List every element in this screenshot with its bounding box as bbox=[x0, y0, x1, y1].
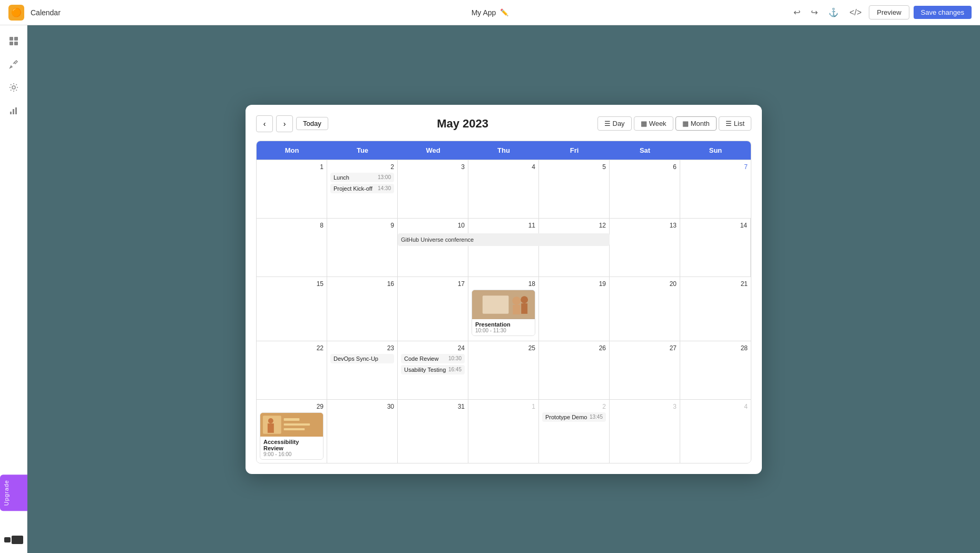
day-4[interactable]: 4 bbox=[468, 160, 539, 218]
day-num-22: 22 bbox=[260, 344, 324, 352]
day-num-26: 26 bbox=[542, 344, 606, 352]
list-view-icon: ☰ bbox=[726, 120, 732, 127]
view-month-button[interactable]: ▦ Month bbox=[675, 116, 717, 131]
event-lunch[interactable]: Lunch 13:00 bbox=[330, 173, 394, 182]
day-other-3[interactable]: 3 bbox=[610, 400, 680, 463]
chart-icon bbox=[8, 105, 19, 116]
day-num-other-4: 4 bbox=[683, 403, 748, 410]
upgrade-button[interactable]: Upgrade bbox=[0, 475, 27, 511]
svg-rect-23 bbox=[268, 423, 274, 433]
day-3[interactable]: 3 bbox=[398, 160, 468, 218]
day-23[interactable]: 23 DevOps Sync-Up bbox=[327, 341, 398, 399]
day-22[interactable]: 22 bbox=[257, 341, 327, 399]
day-num-9: 9 bbox=[330, 222, 394, 229]
day-num-24: 24 bbox=[401, 344, 465, 352]
prev-month-button[interactable]: ‹ bbox=[256, 115, 273, 132]
save-button[interactable]: Save changes bbox=[914, 6, 972, 19]
day-18[interactable]: 18 bbox=[468, 277, 539, 341]
tools-icon bbox=[8, 59, 19, 70]
event-accessibility[interactable]: Accessibility Review 9:00 - 16:00 bbox=[260, 412, 324, 460]
view-list-button[interactable]: ☰ List bbox=[719, 116, 751, 131]
day-27[interactable]: 27 bbox=[610, 341, 680, 399]
day-num-10: 10 bbox=[401, 222, 465, 229]
day-5[interactable]: 5 bbox=[539, 160, 610, 218]
sidebar-item-settings[interactable] bbox=[4, 78, 23, 97]
day-16[interactable]: 16 bbox=[327, 277, 398, 341]
day-6[interactable]: 6 bbox=[610, 160, 680, 218]
event-prototype-name: Prototype Demo bbox=[545, 414, 587, 420]
day-7[interactable]: 7 bbox=[680, 160, 751, 218]
edit-icon[interactable]: ✏️ bbox=[500, 8, 508, 16]
day-other-4[interactable]: 4 bbox=[680, 400, 751, 463]
sidebar-item-tools[interactable] bbox=[4, 55, 23, 74]
event-github-universe[interactable]: GitHub Universe conference bbox=[398, 233, 610, 246]
svg-rect-12 bbox=[483, 295, 509, 314]
day-31[interactable]: 31 bbox=[398, 400, 468, 463]
day-28[interactable]: 28 bbox=[680, 341, 751, 399]
day-2[interactable]: 2 Lunch 13:00 Project Kick-off 14:30 bbox=[327, 160, 398, 218]
day-10[interactable]: 10 bbox=[398, 219, 468, 276]
event-usability[interactable]: Usability Testing 16:45 bbox=[401, 365, 465, 374]
event-kickoff-name: Project Kick-off bbox=[334, 185, 373, 192]
day-13[interactable]: 13 bbox=[610, 219, 680, 276]
event-codereview-time: 10:30 bbox=[448, 355, 462, 361]
day-20[interactable]: 20 bbox=[610, 277, 680, 341]
day-8[interactable]: 8 bbox=[257, 219, 327, 276]
day-11[interactable]: 11 bbox=[468, 219, 539, 276]
day-other-2[interactable]: 2 Prototype Demo 13:45 bbox=[539, 400, 610, 463]
event-devops-name: DevOps Sync-Up bbox=[334, 355, 378, 362]
event-devops[interactable]: DevOps Sync-Up bbox=[330, 354, 394, 363]
next-month-button[interactable]: › bbox=[276, 115, 293, 132]
day-30[interactable]: 30 bbox=[327, 400, 398, 463]
svg-point-13 bbox=[512, 297, 521, 305]
week-view-icon: ▦ bbox=[641, 120, 647, 127]
day-14[interactable]: 14 bbox=[680, 219, 751, 276]
day-num-6: 6 bbox=[613, 163, 677, 171]
event-presentation[interactable]: Presentation 10:00 - 11:30 bbox=[472, 290, 535, 336]
day-view-label: Day bbox=[613, 120, 625, 127]
day-num-2: 2 bbox=[330, 163, 394, 171]
day-num-20: 20 bbox=[613, 280, 677, 288]
calendar-navigation: ‹ › Today bbox=[256, 115, 328, 132]
day-25[interactable]: 25 bbox=[468, 341, 539, 399]
view-week-button[interactable]: ▦ Week bbox=[634, 116, 673, 131]
day-19[interactable]: 19 bbox=[539, 277, 610, 341]
calendar-week-2: 8 9 10 11 12 13 14 bbox=[257, 218, 751, 276]
day-24[interactable]: 24 Code Review 10:30 Usability Testing 1… bbox=[398, 341, 468, 399]
view-day-button[interactable]: ☰ Day bbox=[597, 116, 632, 131]
preview-button[interactable]: Preview bbox=[869, 5, 909, 19]
day-26[interactable]: 26 bbox=[539, 341, 610, 399]
topbar-center: My App ✏️ bbox=[472, 8, 509, 17]
redo-button[interactable]: ↪ bbox=[808, 5, 821, 19]
day-15[interactable]: 15 bbox=[257, 277, 327, 341]
event-kickoff[interactable]: Project Kick-off 14:30 bbox=[330, 184, 394, 193]
day-1[interactable]: 1 bbox=[257, 160, 327, 218]
svg-point-15 bbox=[521, 296, 528, 303]
main-area: ‹ › Today May 2023 ☰ Day ▦ Week ▦ Month bbox=[27, 25, 980, 553]
event-prototype[interactable]: Prototype Demo 13:45 bbox=[542, 412, 606, 422]
day-num-other-1: 1 bbox=[472, 403, 535, 410]
day-9[interactable]: 9 bbox=[327, 219, 398, 276]
calendar-month-title: May 2023 bbox=[437, 117, 488, 131]
calendar-header: ‹ › Today May 2023 ☰ Day ▦ Week ▦ Month bbox=[256, 115, 751, 132]
undo-button[interactable]: ↩ bbox=[790, 5, 803, 19]
topbar-right: ↩ ↪ ⚓ </> Preview Save changes bbox=[790, 5, 972, 19]
logo-icon: 🟠 bbox=[11, 7, 22, 17]
anchor-button[interactable]: ⚓ bbox=[825, 5, 842, 19]
code-button[interactable]: </> bbox=[846, 6, 865, 19]
event-codereview[interactable]: Code Review 10:30 bbox=[401, 354, 465, 363]
today-button[interactable]: Today bbox=[296, 117, 328, 130]
sidebar-item-chart[interactable] bbox=[4, 101, 23, 120]
weekday-fri: Fri bbox=[539, 141, 610, 160]
day-21[interactable]: 21 bbox=[680, 277, 751, 341]
day-num-3: 3 bbox=[401, 163, 465, 171]
day-other-1[interactable]: 1 bbox=[468, 400, 539, 463]
section-title: Calendar bbox=[31, 8, 61, 17]
day-12[interactable]: 12 bbox=[539, 219, 610, 276]
sidebar-item-grid[interactable] bbox=[4, 32, 23, 51]
grid-icon bbox=[8, 36, 19, 46]
day-17[interactable]: 17 bbox=[398, 277, 468, 341]
weekday-tue: Tue bbox=[327, 141, 398, 160]
day-num-1: 1 bbox=[260, 163, 324, 171]
day-29[interactable]: 29 bbox=[257, 400, 327, 463]
